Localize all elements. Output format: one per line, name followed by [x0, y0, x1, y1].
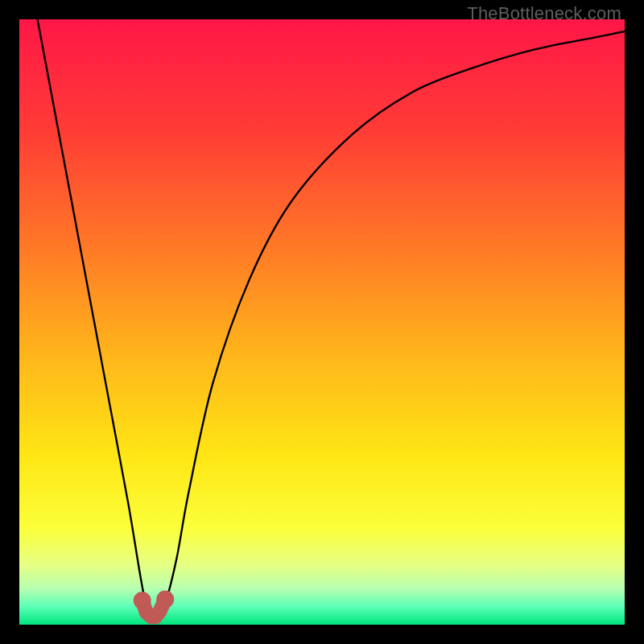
curve-layer — [19, 19, 625, 625]
watermark-text: TheBottleneck.com — [467, 3, 621, 24]
min-marker-end-0 — [134, 592, 151, 609]
plot-area — [19, 19, 625, 625]
min-marker-group — [134, 590, 175, 617]
min-marker-end-1 — [156, 590, 174, 608]
bottleneck-curve — [38, 19, 625, 620]
outer-frame: TheBottleneck.com — [0, 0, 644, 644]
